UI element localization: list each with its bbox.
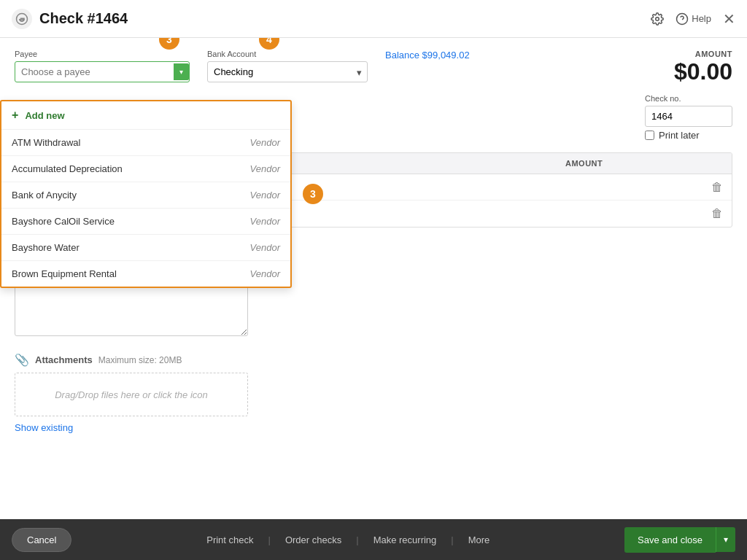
make-recurring-button[interactable]: Make recurring bbox=[359, 534, 452, 545]
title-bar-left: Check #1464 bbox=[12, 9, 128, 29]
check-no-label: Check no. bbox=[645, 94, 732, 103]
print-check-button[interactable]: Print check bbox=[192, 534, 268, 545]
max-size-text: Maximum size: 20MB bbox=[98, 355, 182, 365]
footer-right: Save and close ▾ bbox=[624, 527, 735, 553]
bank-account-select[interactable]: Checking bbox=[207, 61, 368, 82]
payee-label: Payee bbox=[15, 50, 190, 58]
table-cell-delete-1[interactable]: 🗑 bbox=[703, 174, 732, 200]
step-badge-4: 4 bbox=[259, 38, 279, 50]
bank-account-group: Bank Account Checking bbox=[207, 50, 368, 82]
drop-zone[interactable]: Drag/Drop files here or click the icon bbox=[15, 373, 248, 416]
check-no-group: Check no. Print later bbox=[645, 94, 732, 141]
help-icon bbox=[676, 12, 689, 26]
amount-input-1[interactable] bbox=[565, 182, 694, 192]
show-existing-link[interactable]: Show existing bbox=[15, 422, 73, 433]
table-cell-delete-2[interactable]: 🗑 bbox=[703, 201, 732, 227]
svg-point-1 bbox=[656, 17, 659, 20]
payee-dropdown-arrow[interactable]: ▾ bbox=[174, 63, 189, 80]
dropdown-item-name-brown-equip: Brown Equipment Rental bbox=[12, 268, 117, 279]
close-button[interactable]: ✕ bbox=[723, 12, 735, 26]
check-no-input[interactable] bbox=[645, 106, 732, 127]
dropdown-item-type-accum-dep: Vendor bbox=[250, 163, 280, 174]
order-checks-button[interactable]: Order checks bbox=[271, 534, 356, 545]
step-badge-3-dropdown: 3 bbox=[303, 184, 323, 204]
dropdown-item-bank-anycity[interactable]: Bank of Anycity Vendor bbox=[1, 182, 290, 209]
amount-display: AMOUNT $0.00 bbox=[674, 50, 732, 85]
delete-row-2-button[interactable]: 🗑 bbox=[711, 207, 723, 220]
attachment-icon: 📎 bbox=[15, 353, 29, 367]
plus-icon: + bbox=[12, 109, 18, 121]
dropdown-item-type-bayshore-caloil: Vendor bbox=[250, 216, 280, 227]
save-close-button[interactable]: Save and close bbox=[624, 527, 716, 553]
dropdown-item-bayshore-water[interactable]: Bayshore Water Vendor bbox=[1, 235, 290, 261]
help-label: Help bbox=[692, 13, 711, 24]
attachments-section: 📎 Attachments Maximum size: 20MB Drag/Dr… bbox=[15, 353, 732, 433]
bank-account-label: Bank Account bbox=[207, 50, 368, 58]
payee-input-wrapper[interactable]: ▾ bbox=[15, 61, 190, 82]
footer: Cancel Print check | Order checks | Make… bbox=[0, 519, 747, 560]
dropdown-item-type-brown-equip: Vendor bbox=[250, 268, 280, 279]
table-cell-amount-2[interactable] bbox=[557, 201, 703, 227]
footer-left: Cancel bbox=[12, 528, 71, 552]
table-cell-amount-1[interactable] bbox=[557, 174, 703, 200]
help-button[interactable]: Help bbox=[676, 12, 711, 26]
gear-icon bbox=[651, 12, 664, 26]
dropdown-item-name-atm: ATM Withdrawal bbox=[12, 137, 80, 148]
cancel-button[interactable]: Cancel bbox=[12, 528, 71, 552]
step-badge-3-payee: 3 bbox=[159, 38, 179, 50]
bank-account-select-wrapper[interactable]: Checking bbox=[207, 61, 368, 82]
dropdown-add-new[interactable]: + Add new bbox=[1, 101, 290, 130]
payee-input[interactable] bbox=[15, 62, 174, 82]
print-later-group: Print later bbox=[645, 130, 732, 141]
dropdown-item-name-bayshore-caloil: Bayshore CalOil Service bbox=[12, 216, 115, 227]
attachments-label: Attachments bbox=[35, 354, 93, 365]
dropdown-item-atm[interactable]: ATM Withdrawal Vendor bbox=[1, 130, 290, 156]
amount-label: AMOUNT bbox=[674, 50, 732, 58]
dropdown-item-type-bayshore-water: Vendor bbox=[250, 242, 280, 253]
form-header: Payee ▾ Bank Account Checking Balance $9… bbox=[15, 50, 732, 85]
col-header-actions bbox=[703, 153, 732, 174]
amount-value: $0.00 bbox=[674, 58, 732, 85]
page-title: Check #1464 bbox=[39, 10, 128, 27]
dropdown-item-name-accum-dep: Accumulated Depreciation bbox=[12, 163, 123, 174]
settings-button[interactable] bbox=[651, 12, 664, 26]
col-header-amount: AMOUNT bbox=[557, 153, 703, 174]
add-new-label: + Add new bbox=[12, 109, 65, 122]
attachments-header: 📎 Attachments Maximum size: 20MB bbox=[15, 353, 732, 367]
dropdown-item-name-bayshore-water: Bayshore Water bbox=[12, 242, 80, 253]
amount-input-2[interactable] bbox=[565, 209, 694, 219]
dropdown-item-bayshore-caloil[interactable]: Bayshore CalOil Service Vendor bbox=[1, 209, 290, 235]
footer-center: Print check | Order checks | Make recurr… bbox=[192, 534, 504, 545]
drop-zone-text: Drag/Drop files here or click the icon bbox=[55, 389, 208, 400]
more-button[interactable]: More bbox=[454, 534, 505, 545]
dropdown-scroll-area[interactable]: + Add new ATM Withdrawal Vendor Accumula… bbox=[1, 101, 290, 287]
dropdown-item-type-bank-anycity: Vendor bbox=[250, 190, 280, 201]
payee-dropdown-list: + Add new ATM Withdrawal Vendor Accumula… bbox=[0, 100, 292, 288]
main-content: 3 4 Payee ▾ Bank Account Checking bbox=[0, 38, 747, 519]
dropdown-item-brown-equip[interactable]: Brown Equipment Rental Vendor bbox=[1, 261, 290, 287]
balance-text: Balance $99,049.02 bbox=[385, 50, 470, 61]
delete-row-1-button[interactable]: 🗑 bbox=[711, 181, 723, 194]
print-later-label: Print later bbox=[659, 130, 700, 141]
title-bar-right: Help ✕ bbox=[651, 12, 735, 26]
quickbooks-icon bbox=[12, 9, 32, 29]
print-later-checkbox[interactable] bbox=[645, 131, 654, 140]
dropdown-item-name-bank-anycity: Bank of Anycity bbox=[12, 190, 77, 201]
dropdown-item-accum-dep[interactable]: Accumulated Depreciation Vendor bbox=[1, 156, 290, 182]
save-close-dropdown-button[interactable]: ▾ bbox=[716, 527, 735, 552]
memo-textarea[interactable] bbox=[15, 285, 248, 336]
balance-display: Balance $99,049.02 bbox=[385, 50, 470, 65]
title-bar: Check #1464 Help ✕ bbox=[0, 0, 747, 38]
payee-group: Payee ▾ bbox=[15, 50, 190, 82]
check-window: Check #1464 Help ✕ 3 4 bbox=[0, 0, 747, 560]
dropdown-item-type-atm: Vendor bbox=[250, 137, 280, 148]
